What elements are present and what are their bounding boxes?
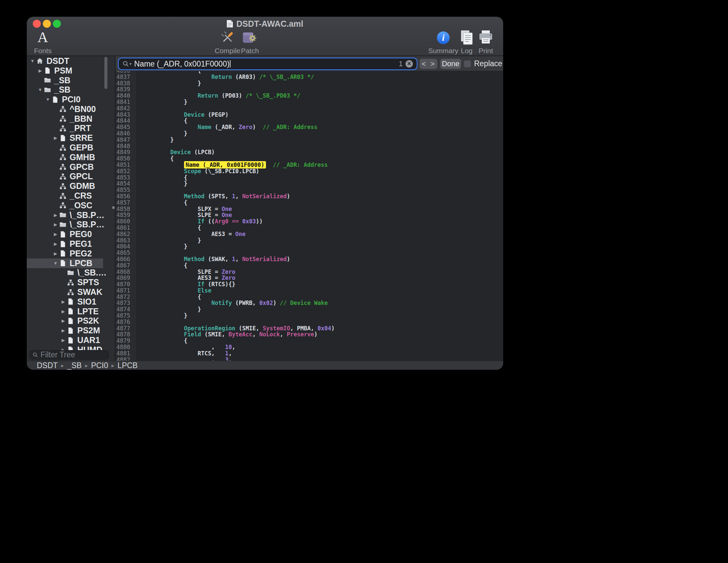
done-button[interactable]: Done [440,59,461,69]
line-number: 4858 [115,206,136,212]
tree-item-_SB[interactable]: _SB [27,76,115,85]
code-line: RTCS, 1, [143,350,503,357]
breadcrumb-separator-icon: ▸ [61,362,64,369]
chevron-right-icon[interactable]: ▶ [60,347,67,350]
chevron-right-icon[interactable]: ▶ [52,251,59,256]
tree-item-LPCB[interactable]: ▼LPCB [27,258,103,268]
chevron-right-icon[interactable]: ▶ [60,328,67,333]
doc-icon [67,298,75,305]
code-editor[interactable]: 4836483748384839484048414842484348444845… [115,71,503,361]
tree-item-SIO1[interactable]: ▶SIO1 [27,297,115,307]
filter-tree-input[interactable]: Filter Tree [29,350,109,359]
tree-item-label: GDMB [70,181,95,191]
tree-item-label: _SB [54,76,71,85]
tree-item-GPCB[interactable]: GPCB [27,162,115,172]
chevron-right-icon[interactable]: ▶ [52,135,59,140]
tree-item-SRRE[interactable]: ▶SRRE [27,133,115,143]
tree-item-SWAK[interactable]: SWAK [27,287,115,297]
fonts-button[interactable]: A Fonts [27,29,63,55]
chevron-right-icon[interactable]: ▶ [60,318,67,323]
code-line: Method (SWAK, 1, NotSerialized) [143,256,503,262]
tree-item-label: _PRT [70,123,91,133]
code-line: } [143,313,503,319]
code-line [143,143,503,149]
code-line: Method (SPTS, 1, NotSerialized) [143,193,503,200]
tree-item-_CRS[interactable]: _CRS [27,191,115,201]
replace-checkbox[interactable] [464,60,471,68]
doc-icon [67,337,75,344]
chevron-right-icon[interactable]: ▶ [36,68,44,73]
tree-item-^BN00[interactable]: ^BN00 [27,104,115,114]
tree-item-PS2M[interactable]: ▶PS2M [27,326,115,335]
chevron-right-icon[interactable]: ▶ [60,338,67,343]
tree-item-SPTS[interactable]: SPTS [27,277,115,287]
tree-item-PSM[interactable]: ▶PSM [27,66,115,76]
line-number: 4866 [115,256,136,262]
tree-item-label: GMHB [70,152,95,162]
previous-match-button[interactable]: < [420,59,428,69]
doc-icon [52,96,60,103]
chevron-right-icon[interactable]: ▶ [52,232,59,237]
tree-item-PS2K[interactable]: ▶PS2K [27,316,115,326]
line-number: 4847 [115,137,136,143]
tree-item-\_SB.P…[interactable]: ▶\_SB.P… [27,220,115,230]
patch-label: Patch [241,47,259,55]
title-area: DSDT-AWAC.aml [27,19,503,28]
sidebar-scrollbar[interactable] [104,57,107,89]
line-number: 4864 [115,243,136,250]
breadcrumb-item-LPCB[interactable]: LPCB [117,361,138,370]
tree-item-PCI0[interactable]: ▼PCI0 [27,95,115,104]
code-pane[interactable]: { Return (AR03) /* \_SB_.AR03 */ } Retur… [137,71,503,361]
doc-icon [59,250,67,257]
tree-item-\_SB.P…[interactable]: ▶\_SB.P… [27,210,115,220]
line-number: 4871 [115,288,136,294]
tree-item-GDMB[interactable]: GDMB [27,181,115,191]
tree-item-_OSC[interactable]: _OSC [27,201,115,210]
chevron-down-icon[interactable]: ▼ [44,97,52,102]
tree-item-GPCL[interactable]: GPCL [27,172,115,182]
code-line: Notify (PWRB, 0x02) // Device Wake [143,300,503,306]
search-menu-icon[interactable]: ▾ [122,61,131,67]
line-number: 4861 [115,225,136,231]
tree-item-label: PCI0 [62,95,81,104]
patch-button[interactable]: Patch [230,29,270,55]
tree-item-LPTE[interactable]: ▶LPTE [27,307,115,316]
tree-item-GMHB[interactable]: GMHB [27,152,115,162]
line-number: 4870 [115,281,136,288]
chevron-right-icon[interactable]: ▶ [60,309,67,314]
chevron-right-icon[interactable]: ▶ [60,299,67,304]
line-number: 4846 [115,130,136,137]
code-line: { [143,175,503,181]
chevron-right-icon[interactable]: ▶ [52,222,59,227]
tree-item-PEG2[interactable]: ▶PEG2 [27,249,115,258]
print-button[interactable]: Print [466,29,503,55]
tree-item-\_SB.…[interactable]: \_SB.… [27,268,115,278]
breadcrumb-item-_SB[interactable]: _SB [67,361,82,370]
tree-item-label: DSDT [47,56,69,66]
splitter-handle[interactable] [112,206,115,209]
chevron-right-icon[interactable]: ▶ [52,241,59,246]
tree-item-PEG0[interactable]: ▶PEG0 [27,229,115,239]
chevron-right-icon[interactable]: ▶ [52,213,59,218]
breadcrumb-item-DSDT[interactable]: DSDT [37,361,58,370]
code-line: Return (PD03) /* \_SB_.PD03 */ [143,93,503,99]
tree-item-label: SWAK [77,287,102,297]
code-line: SLPX = One [143,206,503,212]
chevron-down-icon[interactable]: ▼ [29,59,36,64]
breadcrumb-item-PCI0[interactable]: PCI0 [91,361,108,370]
method-icon [59,192,67,200]
tree-item-PEG1[interactable]: ▶PEG1 [27,239,115,249]
clear-search-icon[interactable]: ✕ [405,60,413,68]
tree-item-GEPB[interactable]: GEPB [27,143,115,152]
tree-item-_SB[interactable]: ▼_SB [27,85,115,95]
next-match-button[interactable]: > [428,59,437,69]
chevron-down-icon[interactable]: ▼ [36,87,44,92]
tree-item-_PRT[interactable]: _PRT [27,124,115,133]
tree-item-_BBN[interactable]: _BBN [27,114,115,124]
tree-item-UAR1[interactable]: ▶UAR1 [27,335,115,345]
search-input[interactable]: ▾ Name (_ADR, 0x001F0000) 1 ✕ [119,59,416,69]
tree-item-DSDT[interactable]: ▼DSDT [27,56,115,66]
chevron-down-icon[interactable]: ▼ [52,261,59,266]
code-line [143,319,503,325]
tree-item-HUMD[interactable]: ▶HUMD [27,345,115,350]
